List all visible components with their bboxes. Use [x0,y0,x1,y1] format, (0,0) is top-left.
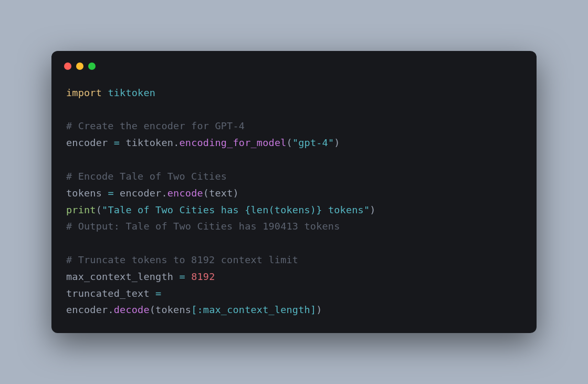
identifier: max_context_length [66,271,173,282]
number-literal: 8192 [191,271,215,282]
paren: ( [150,304,155,315]
paren: ) [370,204,375,215]
paren: ) [334,137,340,148]
string-literal: "gpt-4" [292,137,334,148]
comment: # Truncate tokens to 8192 context limit [66,254,298,265]
operator: = [108,188,113,199]
identifier: tokens [155,304,191,315]
builtin-print: print [66,204,96,215]
operator: = [179,271,185,282]
comment: # Create the encoder for GPT-4 [66,120,245,131]
operator: = [155,288,161,299]
function-call: encoding_for_model [179,137,286,148]
identifier: encoder [66,304,108,315]
paren: ( [203,188,209,199]
dot: . [108,304,113,315]
minimize-icon[interactable] [76,63,83,70]
maximize-icon[interactable] [88,63,96,70]
module-name: tiktoken [108,87,155,98]
paren: ( [96,204,102,215]
paren: ) [316,304,322,315]
identifier: encoder [120,188,161,199]
identifier: text [209,188,233,199]
keyword-import: import [66,87,102,98]
code-window: import tiktoken # Create the encoder for… [51,51,537,333]
identifier: tiktoken [125,137,173,148]
identifier: truncated_text [66,288,150,299]
string-literal: "Tale of Two Cities has {len(tokens)} to… [102,204,370,215]
paren: ) [233,188,239,199]
code-block: import tiktoken # Create the encoder for… [66,85,522,318]
operator: = [114,137,120,148]
paren: ( [287,137,292,148]
function-call: encode [167,188,203,199]
comment: # Output: Tale of Two Cities has 190413 … [66,221,340,232]
dot: . [161,188,167,199]
dot: . [173,137,179,148]
function-call: decode [114,304,150,315]
comment: # Encode Tale of Two Cities [66,171,227,182]
identifier: tokens [66,188,102,199]
window-controls [64,63,522,70]
identifier: encoder [66,137,108,148]
close-icon[interactable] [64,63,71,70]
slice-expr: [:max_context_length] [191,304,316,315]
